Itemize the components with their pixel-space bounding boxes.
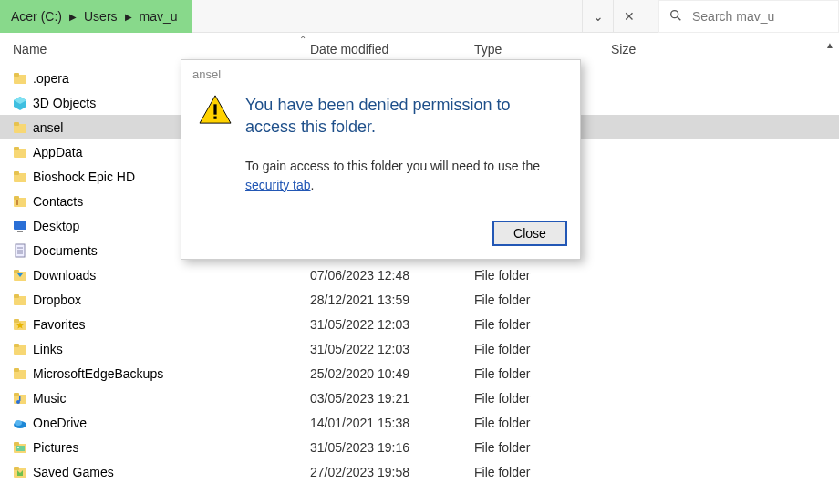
table-row[interactable]: Favorites31/05/2022 12:03File folder [0,312,839,336]
history-dropdown-button[interactable]: ⌄ [582,0,613,33]
dialog-headline: You have been denied permission to acces… [245,94,564,139]
folder-icon [13,120,33,135]
column-header-type[interactable]: Type [474,42,611,57]
svg-rect-13 [14,196,19,200]
dialog-body: You have been denied permission to acces… [181,94,580,213]
file-name: MicrosoftEdgeBackups [33,366,310,381]
svg-rect-41 [16,446,25,451]
warning-icon [198,94,233,125]
chevron-down-icon: ⌄ [593,9,604,24]
table-row[interactable]: Links31/05/2022 12:03File folder [0,336,839,361]
toolbar-gap [644,0,658,32]
security-tab-link[interactable]: security tab [245,178,311,192]
close-icon: ✕ [624,9,635,24]
column-header-date[interactable]: Date modified [310,42,474,57]
file-name: Links [33,342,310,356]
svg-rect-32 [14,368,19,372]
scroll-up-icon[interactable]: ▲ [823,36,837,53]
svg-rect-3 [14,73,19,77]
table-row[interactable]: Saved Games27/02/2023 19:58File folder [0,459,839,484]
vertical-scrollbar[interactable]: ▲ [823,36,837,504]
folder-icon [13,366,33,381]
permission-dialog: ansel You have been denied permission to… [181,59,581,260]
file-name: Saved Games [33,465,310,479]
file-name: Downloads [33,268,310,283]
folder-icon [13,440,33,455]
file-type: File folder [474,416,611,430]
address-spacer [192,0,582,32]
folder-icon [13,194,33,209]
svg-rect-9 [14,147,19,150]
breadcrumb[interactable]: Acer (C:) ▶ Users ▶ mav_u [0,0,192,33]
file-type: File folder [474,317,611,332]
svg-rect-48 [213,117,216,119]
svg-rect-25 [14,294,19,298]
column-header-name-label: Name [13,42,47,57]
svg-point-0 [671,10,678,17]
svg-rect-47 [213,104,216,114]
breadcrumb-seg-1[interactable]: Users [78,9,123,24]
svg-rect-16 [17,231,23,232]
table-row[interactable]: Downloads07/06/2023 12:48File folder [0,262,839,287]
table-row[interactable]: Pictures31/05/2023 19:16File folder [0,435,839,459]
file-type: File folder [474,293,611,307]
table-row[interactable]: Music03/05/2023 19:21File folder [0,386,839,410]
close-button[interactable]: Close [492,221,567,246]
dialog-footer: Close [181,213,580,259]
folder-icon [13,243,33,258]
folder-icon [13,170,33,184]
column-header-size[interactable]: Size [611,42,720,57]
folder-icon [13,145,33,159]
dialog-message-before: To gain access to this folder you will n… [245,159,540,173]
file-name: OneDrive [33,416,310,430]
dialog-message-after: . [311,178,315,192]
breadcrumb-seg-0[interactable]: Acer (C:) [5,9,67,24]
svg-rect-15 [14,221,26,230]
chevron-right-icon: ▶ [123,12,134,22]
table-row[interactable]: Dropbox28/12/2021 13:59File folder [0,287,839,312]
svg-rect-7 [14,122,19,126]
svg-rect-36 [19,396,21,401]
file-type: File folder [474,268,611,283]
file-date: 14/01/2021 15:38 [310,416,474,430]
search-icon [668,8,683,26]
file-name: Dropbox [33,293,310,307]
file-type: File folder [474,391,611,406]
file-type: File folder [474,440,611,455]
folder-icon [13,342,33,356]
column-header-name[interactable]: Name ⌃ [13,42,310,57]
file-type: File folder [474,366,611,381]
svg-rect-40 [14,442,19,446]
dialog-title: ansel [181,60,580,94]
search-input[interactable]: Search mav_u [658,0,839,33]
address-history-controls: ⌄ ✕ [582,0,644,32]
folder-icon [13,219,33,233]
dialog-text: You have been denied permission to acces… [245,94,564,195]
file-type: File folder [474,465,611,479]
svg-rect-27 [14,319,19,323]
folder-icon [13,71,33,86]
folder-icon [13,268,33,283]
breadcrumb-seg-2[interactable]: mav_u [134,9,183,24]
dialog-message: To gain access to this folder you will n… [245,157,564,195]
file-date: 31/05/2022 12:03 [310,317,474,332]
file-name: Favorites [33,317,310,332]
table-row[interactable]: OneDrive14/01/2021 15:38File folder [0,410,839,435]
file-date: 31/05/2023 19:16 [310,440,474,455]
svg-rect-34 [14,393,19,396]
svg-rect-22 [14,270,19,273]
folder-icon [13,293,33,307]
folder-icon [13,317,33,332]
address-toolbar: Acer (C:) ▶ Users ▶ mav_u ⌄ ✕ Search mav… [0,0,839,33]
file-date: 27/02/2023 19:58 [310,465,474,479]
file-date: 03/05/2023 19:21 [310,391,474,406]
file-date: 07/06/2023 12:48 [310,268,474,283]
close-tab-button[interactable]: ✕ [613,0,644,33]
folder-icon [13,416,33,430]
chevron-right-icon: ▶ [67,12,78,22]
table-row[interactable]: MicrosoftEdgeBackups25/02/2020 10:49File… [0,361,839,386]
folder-icon [13,96,33,110]
svg-rect-14 [16,200,18,205]
svg-point-42 [17,447,19,448]
folder-icon [13,391,33,406]
